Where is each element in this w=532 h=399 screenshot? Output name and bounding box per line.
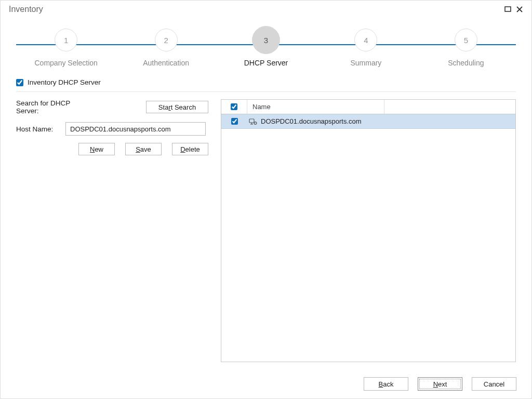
- row-name: DOSPDC01.docusnapsports.com: [259, 117, 515, 125]
- select-all-checkbox[interactable]: [231, 103, 237, 110]
- row-checkbox[interactable]: [231, 118, 238, 125]
- search-label: Search for DHCP Server:: [16, 99, 94, 115]
- step-summary[interactable]: 4 Summary: [316, 29, 416, 67]
- inventory-dhcp-checkbox[interactable]: [16, 79, 23, 86]
- server-table: Name DOSPDC01.docusnapsports.com: [221, 99, 516, 362]
- step-number: 5: [455, 29, 477, 51]
- header-spacer: [384, 100, 516, 114]
- window-title: Inventory: [9, 5, 502, 14]
- close-icon[interactable]: [514, 4, 525, 15]
- step-number: 1: [55, 29, 77, 51]
- back-button[interactable]: Back: [364, 377, 408, 391]
- step-number: 3: [252, 26, 280, 54]
- step-number: 4: [354, 29, 377, 51]
- next-button[interactable]: Next: [418, 377, 462, 391]
- step-scheduling[interactable]: 5 Scheduling: [416, 29, 516, 67]
- header-check-column[interactable]: [221, 100, 247, 114]
- title-bar: Inventory: [1, 1, 531, 18]
- hostname-label: Host Name:: [16, 125, 65, 133]
- hostname-input[interactable]: [65, 122, 206, 136]
- inventory-dhcp-label: Inventory DHCP Server: [28, 78, 101, 86]
- step-label: DHCP Server: [244, 59, 288, 67]
- server-icon: [247, 117, 259, 126]
- maximize-icon[interactable]: [502, 4, 514, 15]
- delete-button[interactable]: Delete: [172, 143, 208, 155]
- step-label: Summary: [350, 59, 381, 67]
- step-label: Scheduling: [448, 59, 484, 67]
- step-number: 2: [155, 29, 178, 51]
- table-row[interactable]: DOSPDC01.docusnapsports.com: [221, 114, 515, 129]
- header-name-label: Name: [252, 103, 271, 111]
- start-search-button[interactable]: Start Search: [146, 101, 208, 113]
- table-header: Name: [221, 100, 515, 114]
- svg-rect-3: [249, 119, 254, 123]
- step-label: Authentication: [143, 59, 189, 67]
- left-panel: Search for DHCP Server: Start Search Hos…: [16, 99, 208, 362]
- save-button[interactable]: Save: [125, 143, 162, 155]
- step-authentication[interactable]: 2 Authentication: [116, 29, 216, 67]
- header-name-column[interactable]: Name: [247, 100, 384, 114]
- new-button[interactable]: New: [78, 143, 115, 155]
- footer-buttons: Back Next Cancel: [364, 377, 516, 391]
- step-company-selection[interactable]: 1 Company Selection: [16, 29, 116, 67]
- svg-rect-0: [505, 7, 511, 11]
- svg-point-6: [254, 122, 257, 124]
- inventory-checkbox-row: Inventory DHCP Server: [16, 78, 516, 92]
- step-label: Company Selection: [35, 59, 98, 67]
- step-dhcp-server[interactable]: 3 DHCP Server: [216, 29, 316, 67]
- wizard-steps: 1 Company Selection 2 Authentication 3 D…: [1, 18, 531, 75]
- cancel-button[interactable]: Cancel: [472, 377, 516, 391]
